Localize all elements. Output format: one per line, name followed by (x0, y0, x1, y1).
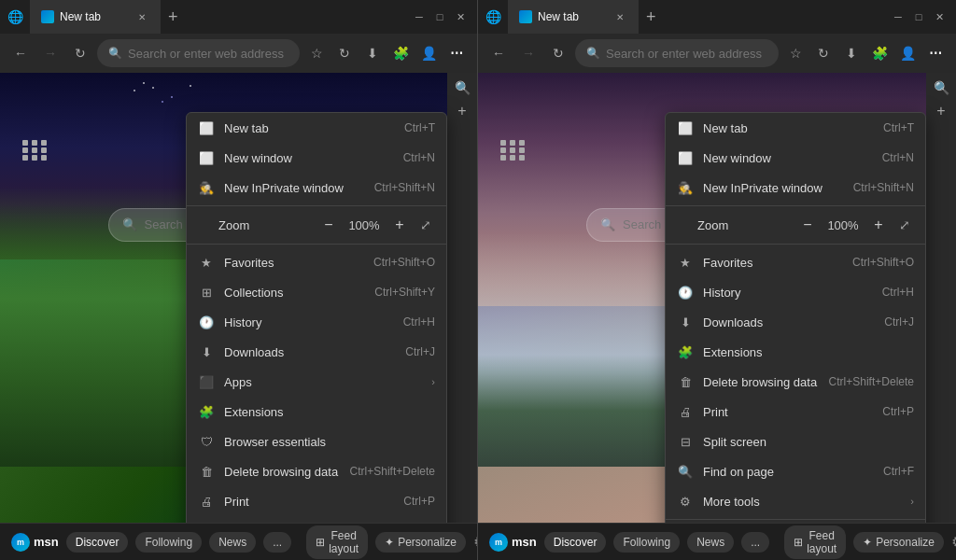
right-zoom-out-button[interactable]: − (796, 214, 819, 236)
right-feed-layout-icon: ⊞ (794, 536, 803, 549)
right-new-tab-button[interactable]: + (639, 0, 664, 34)
right-menu-item-find-on-page[interactable]: 🔍 Find on page Ctrl+F (666, 456, 925, 486)
left-following-button[interactable]: Following (135, 532, 202, 553)
right-favorites-icon[interactable]: ☆ (782, 40, 808, 66)
left-menu-item-split-screen[interactable]: ⊟ Split screen (187, 516, 446, 523)
right-menu-item-new-window[interactable]: ⬜ New window Ctrl+N (666, 143, 925, 173)
right-profile-icon[interactable]: 👤 (894, 40, 921, 66)
left-menu-item-new-window[interactable]: ⬜ New window Ctrl+N (187, 143, 446, 173)
right-address-input[interactable] (606, 47, 767, 61)
left-favorites-icon[interactable]: ☆ (303, 40, 330, 66)
right-settings-gear-button[interactable]: ⚙ (951, 531, 956, 553)
left-menu-item-new-tab[interactable]: ⬜ New tab Ctrl+T (187, 113, 446, 143)
left-menu-item-delete-browsing[interactable]: 🗑 Delete browsing data Ctrl+Shift+Delete (187, 456, 446, 486)
right-menu-extensions-label: Extensions (703, 345, 914, 359)
left-menu-item-favorites[interactable]: ★ Favorites Ctrl+Shift+O (187, 247, 446, 277)
left-zoom-expand-button[interactable]: ⤢ (416, 216, 435, 234)
right-menu-item-history[interactable]: 🕐 History Ctrl+H (666, 277, 925, 307)
right-more-button[interactable]: ... (741, 532, 769, 553)
left-tab-close[interactable]: ✕ (134, 9, 149, 24)
left-menu-item-apps[interactable]: ⬛ Apps › (187, 367, 446, 397)
right-menu-history-label: History (703, 286, 873, 300)
right-menu-item-favorites[interactable]: ★ Favorites Ctrl+Shift+O (666, 247, 925, 277)
left-maximize-button[interactable]: □ (430, 7, 449, 26)
right-personalize-button[interactable]: ✦ Personalize (853, 532, 944, 553)
left-menu-new-window-label: New window (224, 151, 394, 165)
left-personalize-button[interactable]: ✦ Personalize (375, 532, 466, 553)
right-refresh-icon2[interactable]: ↻ (810, 40, 836, 66)
left-menu-collections-label: Collections (224, 286, 365, 300)
left-close-button[interactable]: ✕ (451, 7, 470, 26)
left-webpage: 🔍 🔍 + ⬜ New tab Ctrl+T (0, 73, 477, 523)
right-news-button[interactable]: News (687, 532, 734, 553)
right-menu-item-split-screen[interactable]: ⊟ Split screen (666, 427, 925, 456)
left-tab-newtab[interactable]: New tab ✕ (30, 0, 161, 34)
left-menu-zoom-row: Zoom − 100% + ⤢ (187, 209, 446, 241)
right-bottom-bar: m msn Discover Following News ... ⊞ Feed… (478, 523, 956, 560)
right-zoom-expand-button[interactable]: ⤢ (895, 216, 914, 234)
right-sidebar-search[interactable]: 🔍 (934, 80, 949, 95)
right-zoom-in-button[interactable]: + (867, 214, 890, 236)
left-sidebar-add[interactable]: + (457, 103, 466, 119)
left-menu-item-inprivate[interactable]: 🕵 New InPrivate window Ctrl+Shift+N (187, 173, 446, 203)
right-menu-split-screen-label: Split screen (703, 435, 914, 449)
left-menu-divider-2 (187, 244, 446, 245)
left-minimize-button[interactable]: ─ (410, 7, 429, 26)
left-menu-item-extensions[interactable]: 🧩 Extensions (187, 397, 446, 427)
left-refresh-button[interactable]: ↻ (67, 40, 93, 66)
right-menu-item-downloads[interactable]: ⬇ Downloads Ctrl+J (666, 307, 925, 337)
right-menu-divider-2 (666, 244, 925, 245)
left-address-input[interactable] (128, 47, 288, 61)
right-extensions-icon[interactable]: 🧩 (866, 40, 893, 66)
left-zoom-out-button[interactable]: − (317, 214, 340, 236)
left-extensions-icon[interactable]: 🧩 (387, 40, 414, 66)
right-feed-layout-button[interactable]: ⊞ Feed layout (784, 525, 846, 559)
left-discover-button[interactable]: Discover (66, 532, 129, 553)
left-menu-browser-essentials-icon: 🛡 (198, 433, 215, 450)
left-menu-icon[interactable]: ⋯ (443, 40, 470, 66)
left-more-button[interactable]: ... (263, 532, 291, 553)
left-menu-item-history[interactable]: 🕐 History Ctrl+H (187, 307, 446, 337)
left-menu-favorites-icon: ★ (198, 254, 215, 271)
right-menu-item-extensions[interactable]: 🧩 Extensions (666, 337, 925, 367)
left-menu-history-shortcut: Ctrl+H (403, 315, 435, 329)
right-menu-item-new-tab[interactable]: ⬜ New tab Ctrl+T (666, 113, 925, 143)
left-menu-item-downloads[interactable]: ⬇ Downloads Ctrl+J (187, 337, 446, 367)
right-menu-icon[interactable]: ⋯ (922, 40, 949, 66)
left-sidebar-search[interactable]: 🔍 (455, 80, 471, 95)
right-forward-button[interactable]: → (515, 40, 541, 66)
right-discover-button[interactable]: Discover (544, 532, 607, 553)
right-edge-logo-icon: 🌐 (485, 9, 501, 24)
right-download-icon[interactable]: ⬇ (838, 40, 865, 66)
right-menu-downloads-label: Downloads (703, 315, 875, 329)
right-menu-item-print[interactable]: 🖨 Print Ctrl+P (666, 397, 925, 427)
left-new-tab-button[interactable]: + (161, 0, 186, 34)
right-maximize-button[interactable]: □ (909, 7, 928, 26)
right-tab-newtab[interactable]: New tab ✕ (508, 0, 639, 34)
left-address-bar[interactable]: 🔍 (97, 39, 300, 67)
right-menu-item-more-tools[interactable]: ⚙ More tools › (666, 486, 925, 516)
right-minimize-button[interactable]: ─ (889, 7, 907, 26)
left-menu-item-print[interactable]: 🖨 Print Ctrl+P (187, 486, 446, 516)
right-menu-item-inprivate[interactable]: 🕵 New InPrivate window Ctrl+Shift+N (666, 173, 925, 203)
left-forward-button[interactable]: → (37, 40, 63, 66)
left-profile-icon[interactable]: 👤 (415, 40, 442, 66)
left-menu-item-collections[interactable]: ⊞ Collections Ctrl+Shift+Y (187, 277, 446, 307)
right-refresh-button[interactable]: ↻ (545, 40, 571, 66)
left-news-button[interactable]: News (209, 532, 256, 553)
right-back-button[interactable]: ← (485, 40, 512, 66)
right-tab-close[interactable]: ✕ (612, 9, 627, 24)
left-menu-new-tab-label: New tab (224, 121, 395, 135)
right-address-bar[interactable]: 🔍 (575, 39, 779, 67)
left-back-button[interactable]: ← (7, 40, 34, 66)
right-close-button[interactable]: ✕ (930, 7, 949, 26)
left-download-icon[interactable]: ⬇ (359, 40, 386, 66)
left-refresh-icon[interactable]: ↻ (331, 40, 358, 66)
right-sidebar-add[interactable]: + (936, 103, 945, 119)
right-menu-item-delete-browsing[interactable]: 🗑 Delete browsing data Ctrl+Shift+Delete (666, 367, 925, 397)
right-following-button[interactable]: Following (613, 532, 680, 553)
left-zoom-in-button[interactable]: + (388, 214, 411, 236)
left-feed-layout-button[interactable]: ⊞ Feed layout (306, 525, 368, 559)
right-personalize-label: Personalize (876, 536, 935, 549)
left-menu-item-browser-essentials[interactable]: 🛡 Browser essentials (187, 427, 446, 456)
